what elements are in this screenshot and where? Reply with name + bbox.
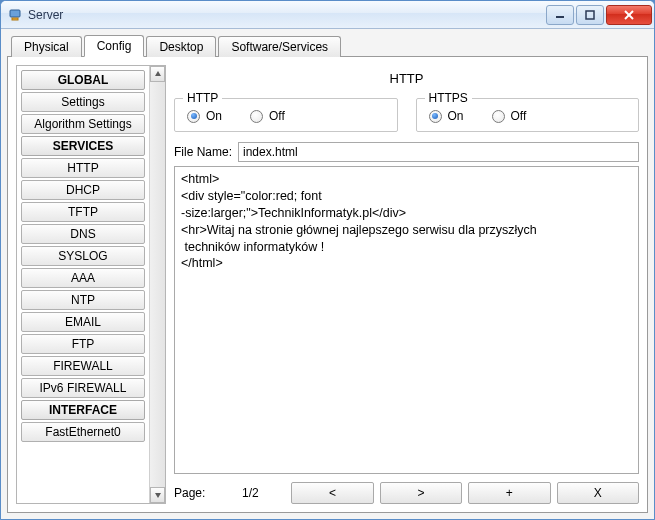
sidebar-item-ntp[interactable]: NTP	[21, 290, 145, 310]
http-off-option[interactable]: Off	[250, 109, 285, 123]
svg-marker-6	[155, 71, 161, 76]
https-fieldset: HTTPS On Off	[416, 98, 640, 132]
server-window: Server Physical Config Desktop Software/…	[0, 0, 655, 520]
server-icon	[7, 7, 23, 23]
svg-rect-1	[12, 18, 18, 20]
sidebar-item-dhcp[interactable]: DHCP	[21, 180, 145, 200]
sidebar-item-label: FIREWALL	[53, 359, 113, 373]
tab-software-services[interactable]: Software/Services	[218, 36, 341, 57]
https-legend: HTTPS	[425, 91, 472, 105]
tab-label: Software/Services	[231, 40, 328, 54]
delete-page-button[interactable]: X	[557, 482, 639, 504]
scroll-down-button[interactable]	[150, 487, 165, 503]
file-name-label: File Name:	[174, 145, 232, 159]
html-editor[interactable]: <html> <div style="color:red; font -size…	[174, 166, 639, 474]
sidebar-item-label: AAA	[71, 271, 95, 285]
sidebar-item-label: DNS	[70, 227, 95, 241]
sidebar-item-settings[interactable]: Settings	[21, 92, 145, 112]
minimize-button[interactable]	[546, 5, 574, 25]
sidebar-item-label: EMAIL	[65, 315, 101, 329]
radio-label: On	[448, 109, 464, 123]
sidebar: GLOBAL Settings Algorithm Settings SERVI…	[16, 65, 166, 504]
https-on-option[interactable]: On	[429, 109, 464, 123]
svg-rect-3	[586, 11, 594, 19]
tab-label: Physical	[24, 40, 69, 54]
close-icon	[623, 9, 635, 21]
sidebar-item-dns[interactable]: DNS	[21, 224, 145, 244]
http-on-option[interactable]: On	[187, 109, 222, 123]
radio-icon	[429, 110, 442, 123]
page-label: Page:	[174, 486, 205, 500]
sidebar-item-ipv6-firewall[interactable]: IPv6 FIREWALL	[21, 378, 145, 398]
radio-label: Off	[511, 109, 527, 123]
tab-label: Config	[97, 39, 132, 53]
file-name-row: File Name:	[174, 142, 639, 162]
tab-strip: Physical Config Desktop Software/Service…	[7, 33, 648, 57]
add-page-button[interactable]: +	[468, 482, 550, 504]
radio-icon	[250, 110, 263, 123]
sidebar-item-label: DHCP	[66, 183, 100, 197]
sidebar-item-label: TFTP	[68, 205, 98, 219]
button-label: X	[594, 486, 602, 500]
protocol-row: HTTP On Off HT	[174, 98, 639, 132]
tab-physical[interactable]: Physical	[11, 36, 82, 57]
sidebar-header-interface: INTERFACE	[21, 400, 145, 420]
sidebar-item-ftp[interactable]: FTP	[21, 334, 145, 354]
sidebar-item-label: IPv6 FIREWALL	[40, 381, 127, 395]
sidebar-item-algorithm-settings[interactable]: Algorithm Settings	[21, 114, 145, 134]
sidebar-item-label: NTP	[71, 293, 95, 307]
tab-desktop[interactable]: Desktop	[146, 36, 216, 57]
radio-icon	[187, 110, 200, 123]
button-label: +	[506, 486, 513, 500]
window-title: Server	[28, 8, 63, 22]
chevron-down-icon	[154, 491, 162, 499]
sidebar-item-label: FastEthernet0	[45, 425, 120, 439]
http-legend: HTTP	[183, 91, 222, 105]
page-count: 1/2	[215, 486, 285, 500]
http-fieldset: HTTP On Off	[174, 98, 398, 132]
prev-page-button[interactable]: <	[291, 482, 373, 504]
sidebar-item-aaa[interactable]: AAA	[21, 268, 145, 288]
chevron-up-icon	[154, 70, 162, 78]
button-label: <	[329, 486, 336, 500]
sidebar-scrollbar[interactable]	[149, 66, 165, 503]
config-panel: GLOBAL Settings Algorithm Settings SERVI…	[7, 57, 648, 513]
sidebar-item-http[interactable]: HTTP	[21, 158, 145, 178]
sidebar-item-firewall[interactable]: FIREWALL	[21, 356, 145, 376]
radio-icon	[492, 110, 505, 123]
sidebar-header-services: SERVICES	[21, 136, 145, 156]
sidebar-item-syslog[interactable]: SYSLOG	[21, 246, 145, 266]
svg-marker-7	[155, 493, 161, 498]
next-page-button[interactable]: >	[380, 482, 462, 504]
client-area: Physical Config Desktop Software/Service…	[1, 29, 654, 519]
page-title: HTTP	[174, 71, 639, 86]
file-name-input[interactable]	[238, 142, 639, 162]
minimize-icon	[555, 10, 565, 20]
sidebar-item-fastethernet0[interactable]: FastEthernet0	[21, 422, 145, 442]
sidebar-header-global: GLOBAL	[21, 70, 145, 90]
close-button[interactable]	[606, 5, 652, 25]
tab-config[interactable]: Config	[84, 35, 145, 57]
sidebar-item-tftp[interactable]: TFTP	[21, 202, 145, 222]
radio-label: Off	[269, 109, 285, 123]
radio-label: On	[206, 109, 222, 123]
sidebar-item-email[interactable]: EMAIL	[21, 312, 145, 332]
sidebar-item-label: Settings	[61, 95, 104, 109]
sidebar-item-label: SYSLOG	[58, 249, 107, 263]
https-radio-group: On Off	[429, 109, 627, 123]
button-label: >	[417, 486, 424, 500]
http-radio-group: On Off	[187, 109, 385, 123]
main-content: HTTP HTTP On Off	[174, 65, 639, 504]
titlebar: Server	[1, 1, 654, 29]
svg-rect-0	[10, 10, 20, 17]
sidebar-item-label: FTP	[72, 337, 95, 351]
https-off-option[interactable]: Off	[492, 109, 527, 123]
pager: Page: 1/2 < > + X	[174, 482, 639, 504]
tab-label: Desktop	[159, 40, 203, 54]
sidebar-item-label: Algorithm Settings	[34, 117, 131, 131]
sidebar-item-label: HTTP	[67, 161, 98, 175]
maximize-button[interactable]	[576, 5, 604, 25]
scroll-up-button[interactable]	[150, 66, 165, 82]
sidebar-list: GLOBAL Settings Algorithm Settings SERVI…	[17, 66, 149, 503]
maximize-icon	[585, 10, 595, 20]
